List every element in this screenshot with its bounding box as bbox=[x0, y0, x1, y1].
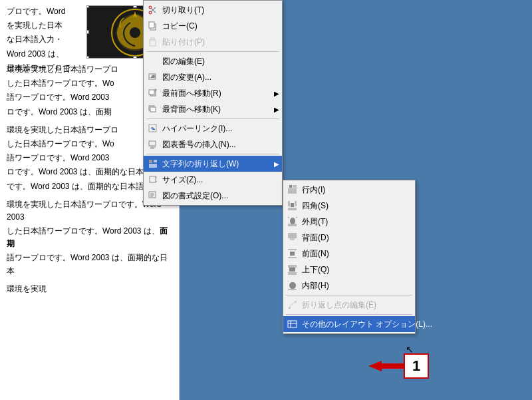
svg-rect-76 bbox=[289, 307, 291, 309]
arrow-front: ▶ bbox=[274, 90, 279, 97]
copy-icon bbox=[146, 19, 160, 33]
paste-icon bbox=[146, 35, 160, 49]
menu-item-text-wrap[interactable]: 文字列の折り返し(W) ▶ bbox=[144, 156, 282, 172]
svg-rect-20 bbox=[150, 107, 156, 112]
cut-label: 切り取り(T) bbox=[162, 5, 279, 16]
format-fig-icon bbox=[146, 189, 160, 202]
inline-wrap-icon bbox=[286, 183, 299, 196]
svg-rect-69 bbox=[289, 268, 295, 272]
square-wrap-icon bbox=[286, 199, 299, 212]
svg-rect-22 bbox=[149, 141, 156, 146]
submenu-separator-1 bbox=[286, 295, 412, 296]
edit-points-label: 折り返し点の編集(E) bbox=[302, 300, 412, 311]
topbottom-label: 上下(Q) bbox=[302, 264, 412, 276]
main-area: プロです。Word を実現した日本 な日本語入力・ Word 2003 は、 日… bbox=[0, 0, 532, 400]
separator-1 bbox=[146, 51, 279, 52]
move-back-label: 最背面へ移動(K) bbox=[162, 104, 274, 115]
svg-point-56 bbox=[290, 218, 295, 224]
more-options-label: その他のレイアウト オプション(L)... bbox=[302, 319, 432, 330]
submenu-behind[interactable]: 背面(D) bbox=[283, 230, 415, 246]
edit-points-icon bbox=[286, 298, 299, 311]
context-menu: 切り取り(T) コピー(C) 貼り付け(P) 図の編集(E) bbox=[143, 0, 283, 206]
handle-bl[interactable] bbox=[86, 56, 89, 59]
submenu-front[interactable]: 前面(N) bbox=[283, 246, 415, 262]
change-fig-icon bbox=[146, 71, 160, 84]
svg-rect-10 bbox=[150, 40, 156, 46]
submenu-text-wrap: 行内(I) 四角(S) 外周(T) 背面(D) bbox=[283, 180, 416, 334]
text-wrap-label: 文字列の折り返し(W) bbox=[162, 158, 274, 170]
svg-rect-11 bbox=[151, 38, 154, 40]
menu-item-caption[interactable]: 図表番号の挿入(N)... bbox=[144, 136, 282, 152]
move-back-icon bbox=[146, 102, 160, 116]
format-fig-label: 図の書式設定(O)... bbox=[162, 190, 279, 202]
menu-item-move-front[interactable]: 最前面へ移動(R) ▶ bbox=[144, 85, 282, 101]
paste-label: 貼り付け(P) bbox=[162, 37, 279, 48]
svg-rect-25 bbox=[149, 160, 152, 163]
caption-icon bbox=[146, 138, 160, 151]
svg-point-14 bbox=[154, 75, 156, 77]
size-icon bbox=[146, 173, 160, 186]
hyperlink-label: ハイパーリンク(I)... bbox=[162, 123, 279, 134]
arrow-back: ▶ bbox=[274, 106, 279, 113]
menu-item-edit-fig[interactable]: 図の編集(E) bbox=[144, 53, 282, 69]
through-wrap-icon bbox=[286, 279, 299, 292]
submenu-tight[interactable]: 外周(T) bbox=[283, 214, 415, 230]
svg-rect-16 bbox=[149, 90, 154, 95]
submenu-inline[interactable]: 行内(I) bbox=[283, 182, 415, 198]
front-label: 前面(N) bbox=[302, 248, 412, 260]
svg-rect-38 bbox=[289, 185, 292, 188]
menu-item-size[interactable]: サイズ(Z)... bbox=[144, 172, 282, 188]
submenu-separator-2 bbox=[286, 314, 412, 315]
submenu-more-options[interactable]: その他のレイアウト オプション(L)... bbox=[283, 316, 415, 332]
through-label: 内部(H) bbox=[302, 280, 412, 292]
handle-tm[interactable] bbox=[133, 5, 137, 8]
inline-label: 行内(I) bbox=[302, 184, 412, 196]
handle-tl[interactable] bbox=[86, 5, 89, 8]
behind-label: 背面(D) bbox=[302, 232, 412, 244]
submenu-topbottom[interactable]: 上下(Q) bbox=[283, 262, 415, 278]
handle-bm[interactable] bbox=[133, 56, 137, 59]
menu-item-move-back[interactable]: 最背面へ移動(K) ▶ bbox=[144, 101, 282, 117]
topbottom-wrap-icon bbox=[286, 263, 299, 276]
svg-rect-9 bbox=[149, 22, 154, 28]
separator-2 bbox=[146, 118, 279, 119]
menu-item-copy[interactable]: コピー(C) bbox=[144, 18, 282, 34]
separator-3 bbox=[146, 154, 279, 154]
change-fig-label: 図の変更(A)... bbox=[162, 72, 279, 83]
text-wrap-icon bbox=[146, 157, 160, 170]
edit-fig-icon-placeholder bbox=[146, 55, 160, 68]
svg-rect-45 bbox=[291, 203, 294, 207]
submenu-edit-points[interactable]: 折り返し点の編集(E) bbox=[283, 297, 415, 313]
hyperlink-icon bbox=[146, 122, 160, 135]
caption-label: 図表番号の挿入(N)... bbox=[162, 139, 279, 150]
move-front-icon bbox=[146, 87, 160, 100]
svg-rect-78 bbox=[288, 321, 297, 327]
tight-wrap-icon bbox=[286, 215, 299, 228]
badge-container: 1 bbox=[368, 353, 429, 379]
svg-point-5 bbox=[149, 11, 152, 14]
copy-label: コピー(C) bbox=[162, 21, 279, 32]
svg-rect-82 bbox=[380, 363, 405, 369]
svg-rect-77 bbox=[295, 301, 297, 303]
front-wrap-icon bbox=[286, 247, 299, 260]
edit-fig-label: 図の編集(E) bbox=[162, 56, 279, 67]
doc-text-top: プロです。Word を実現した日本 な日本語入力・ Word 2003 は、 日… bbox=[7, 5, 85, 76]
svg-point-4 bbox=[149, 6, 152, 9]
menu-item-change-fig[interactable]: 図の変更(A)... bbox=[144, 69, 282, 85]
submenu-square[interactable]: 四角(S) bbox=[283, 198, 415, 214]
tight-label: 外周(T) bbox=[302, 216, 412, 228]
menu-item-hyperlink[interactable]: ハイパーリンク(I)... bbox=[144, 120, 282, 136]
svg-marker-81 bbox=[368, 361, 382, 371]
svg-point-3 bbox=[130, 27, 140, 38]
menu-item-format-fig[interactable]: 図の書式設定(O)... bbox=[144, 188, 282, 204]
submenu-through[interactable]: 内部(H) bbox=[283, 278, 415, 294]
number-badge: 1 bbox=[404, 353, 429, 379]
size-label: サイズ(Z)... bbox=[162, 174, 279, 186]
square-label: 四角(S) bbox=[302, 200, 412, 212]
menu-item-paste[interactable]: 貼り付け(P) bbox=[144, 34, 282, 50]
move-front-label: 最前面へ移動(R) bbox=[162, 88, 274, 99]
arrow-wrap: ▶ bbox=[274, 160, 279, 168]
menu-item-cut[interactable]: 切り取り(T) bbox=[144, 2, 282, 18]
handle-ml[interactable] bbox=[86, 30, 89, 34]
badge-arrow bbox=[368, 359, 405, 373]
